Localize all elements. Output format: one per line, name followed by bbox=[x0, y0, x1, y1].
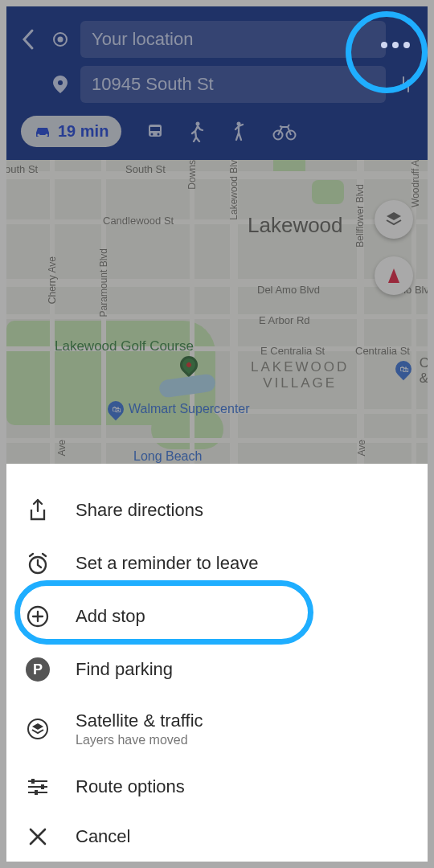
mode-rideshare[interactable] bbox=[229, 121, 248, 142]
svg-point-9 bbox=[196, 121, 200, 125]
svg-point-6 bbox=[151, 133, 154, 135]
svg-rect-8 bbox=[150, 127, 160, 131]
mode-transit[interactable] bbox=[145, 122, 165, 141]
menu-label: Add stop bbox=[76, 606, 145, 627]
menu-sublabel: Layers have moved bbox=[76, 733, 203, 747]
menu-find-parking[interactable]: P Find parking bbox=[6, 643, 428, 696]
road-label: Woodruff A bbox=[410, 160, 421, 207]
menu-label: Satellite & traffic bbox=[76, 710, 203, 731]
back-button[interactable] bbox=[16, 27, 40, 51]
layers-button[interactable] bbox=[375, 200, 413, 239]
compass-button[interactable] bbox=[375, 256, 413, 295]
golf-course-label: Lakewood Golf Course bbox=[55, 338, 194, 354]
menu-add-stop[interactable]: Add stop bbox=[6, 590, 428, 643]
menu-label: Share directions bbox=[76, 500, 203, 521]
road-label: Candlewood St bbox=[103, 215, 174, 227]
svg-rect-16 bbox=[31, 779, 35, 784]
road-label: Ave bbox=[356, 440, 367, 456]
close-icon bbox=[24, 827, 51, 846]
directions-header: Your location 10945 South St 19 min bbox=[6, 6, 428, 160]
road-label: Downs bbox=[186, 160, 198, 190]
parking-icon: P bbox=[24, 657, 51, 682]
destination-field[interactable]: 10945 South St bbox=[80, 66, 386, 103]
svg-point-4 bbox=[45, 133, 47, 136]
menu-set-reminder[interactable]: Set a reminder to leave bbox=[6, 537, 428, 590]
destination-pin-icon bbox=[48, 76, 72, 93]
menu-cancel[interactable]: Cancel bbox=[6, 812, 428, 862]
share-icon bbox=[24, 498, 51, 522]
svg-point-1 bbox=[58, 37, 63, 43]
origin-location-icon bbox=[48, 31, 72, 47]
mode-cycling[interactable] bbox=[272, 123, 297, 141]
road-label: Paramount Blvd bbox=[98, 248, 109, 317]
menu-label: Cancel bbox=[76, 826, 130, 847]
road-label: Bellflower Blvd bbox=[354, 184, 366, 248]
alarm-icon bbox=[24, 551, 51, 575]
mode-walking[interactable] bbox=[189, 121, 205, 142]
options-sheet: Share directions Set a reminder to leave… bbox=[6, 477, 428, 862]
add-stop-icon bbox=[24, 604, 51, 628]
road-label: Ave bbox=[56, 440, 68, 456]
origin-field[interactable]: Your location bbox=[80, 21, 386, 58]
origin-row: Your location bbox=[16, 21, 418, 58]
road-label: C& bbox=[420, 356, 428, 386]
menu-label: Find parking bbox=[76, 659, 173, 680]
road-label: Cherry Ave bbox=[47, 256, 58, 304]
poi-walmart[interactable]: 🛍 Walmart Supercenter bbox=[108, 401, 250, 417]
mode-driving-time: 19 min bbox=[58, 122, 108, 141]
road-label: outh St bbox=[6, 163, 38, 175]
svg-rect-17 bbox=[41, 784, 44, 789]
svg-point-2 bbox=[58, 80, 63, 85]
road-label: Centralia St bbox=[355, 345, 410, 357]
travel-mode-row: 19 min bbox=[16, 111, 418, 150]
svg-point-7 bbox=[158, 133, 160, 135]
road-label: South St bbox=[125, 163, 166, 175]
village-label: LAKEWOODVILLAGE bbox=[251, 359, 349, 392]
mode-driving[interactable]: 19 min bbox=[21, 116, 121, 147]
road-label: Del Amo Blvd bbox=[257, 284, 320, 296]
poi-pin[interactable]: 🛍 bbox=[395, 361, 411, 377]
svg-point-3 bbox=[37, 133, 39, 136]
road-label: E Arbor Rd bbox=[259, 314, 310, 326]
destination-row: 10945 South St bbox=[16, 66, 418, 103]
menu-satellite-traffic[interactable]: Satellite & traffic Layers have moved bbox=[6, 696, 428, 762]
city-label: Lakewood bbox=[248, 213, 343, 238]
layers-icon bbox=[24, 717, 51, 741]
menu-route-options[interactable]: Route options bbox=[6, 762, 428, 812]
menu-label: Route options bbox=[76, 776, 185, 797]
more-options-button[interactable] bbox=[381, 42, 410, 48]
poi-label: Walmart Supercenter bbox=[129, 402, 250, 416]
swap-icon[interactable] bbox=[394, 76, 418, 93]
map-view[interactable]: outh St South St Candlewood St Lakewood … bbox=[6, 160, 428, 464]
menu-label: Set a reminder to leave bbox=[76, 553, 258, 574]
svg-rect-18 bbox=[35, 790, 38, 795]
city-label-longbeach: Long Beach bbox=[133, 449, 202, 464]
menu-share-directions[interactable]: Share directions bbox=[6, 484, 428, 537]
road-label: E Centralia St bbox=[260, 345, 325, 357]
road-label: Lakewood Blv bbox=[228, 160, 240, 220]
sliders-icon bbox=[24, 777, 51, 796]
